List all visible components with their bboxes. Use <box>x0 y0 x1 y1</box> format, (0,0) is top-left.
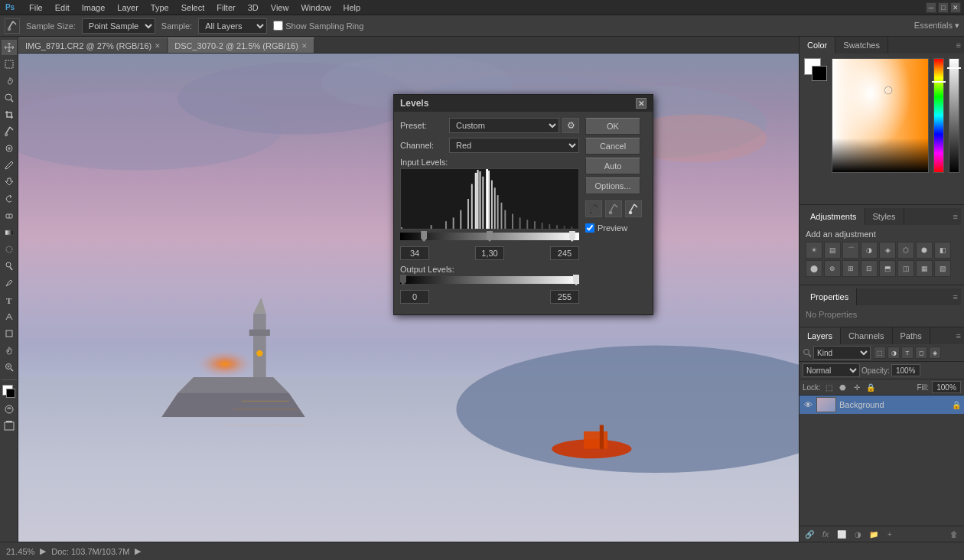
vibrance-adj-icon[interactable]: ◈ <box>879 242 896 259</box>
fill-input[interactable] <box>932 381 961 393</box>
properties-panel-menu[interactable]: ≡ <box>950 288 961 305</box>
menu-help[interactable]: Help <box>340 3 364 12</box>
bw-adj-icon[interactable]: ◧ <box>934 242 951 259</box>
menu-3d[interactable]: 3D <box>245 3 262 12</box>
type-tool[interactable]: T <box>2 292 17 308</box>
maximize-button[interactable]: □ <box>938 2 949 13</box>
layer-group-button[interactable]: 📁 <box>867 528 881 540</box>
history-brush-tool[interactable] <box>2 191 17 207</box>
filter-pixel-icon[interactable]: ⬚ <box>874 347 886 359</box>
layer-fx-button[interactable]: fx <box>819 528 832 540</box>
input-black-field[interactable]: 34 <box>400 246 429 260</box>
path-select-tool[interactable] <box>2 309 17 324</box>
output-black-handle[interactable] <box>400 275 406 285</box>
zoom-tool[interactable] <box>2 360 17 375</box>
layer-link-button[interactable]: 🔗 <box>803 528 816 540</box>
layer-delete-button[interactable]: 🗑 <box>947 528 961 540</box>
curves-adj-icon[interactable]: ⌒ <box>842 242 859 259</box>
tab-layers[interactable]: Layers <box>800 327 841 344</box>
input-mid-handle[interactable] <box>487 231 493 242</box>
preset-select[interactable]: Custom <box>449 118 559 133</box>
menu-layer[interactable]: Layer <box>114 3 142 12</box>
eyedropper-tool-icon[interactable] <box>5 18 20 34</box>
colorbalance-adj-icon[interactable]: ⬢ <box>916 242 933 259</box>
tab-close-dsc-3070[interactable]: ✕ <box>301 42 308 50</box>
preview-checkbox[interactable] <box>585 223 594 233</box>
tab-img-8791[interactable]: IMG_8791.CR2 @ 27% (RGB/16) ✕ <box>18 37 168 53</box>
quick-select-tool[interactable] <box>2 90 17 106</box>
sample-layers-select[interactable]: All Layers <box>198 18 267 34</box>
input-white-field[interactable]: 245 <box>550 246 579 260</box>
blend-mode-select[interactable]: Normal <box>803 363 860 377</box>
hue-strip[interactable] <box>933 58 944 173</box>
eyedropper-tool[interactable] <box>2 124 17 139</box>
doc-info-button[interactable]: ▶ <box>132 546 143 557</box>
tab-styles[interactable]: Styles <box>865 208 904 225</box>
gradient-tool[interactable] <box>2 225 17 240</box>
lock-transparent-button[interactable]: ⬚ <box>824 382 835 392</box>
levels-adj-icon[interactable]: ▤ <box>824 242 841 259</box>
exposure-adj-icon[interactable]: ◑ <box>861 242 878 259</box>
tab-channels[interactable]: Channels <box>841 327 892 344</box>
filter-adjustment-icon[interactable]: ◑ <box>887 347 900 359</box>
layers-panel-menu[interactable]: ≡ <box>953 327 964 344</box>
menu-type[interactable]: Type <box>148 3 172 12</box>
brush-tool[interactable] <box>2 158 17 173</box>
menu-file[interactable]: File <box>26 3 46 12</box>
healing-brush-tool[interactable] <box>2 141 17 156</box>
filter-shape-icon[interactable]: ◻ <box>915 347 927 359</box>
threshold-adj-icon[interactable]: ◫ <box>897 260 914 277</box>
pen-tool[interactable] <box>2 275 17 291</box>
posterize-adj-icon[interactable]: ⬒ <box>879 260 896 277</box>
cancel-button[interactable]: Cancel <box>585 138 640 155</box>
tab-close-img-8791[interactable]: ✕ <box>155 42 161 50</box>
background-color[interactable] <box>812 66 827 81</box>
output-white-field[interactable]: 255 <box>550 290 579 304</box>
lock-all-button[interactable]: 🔒 <box>865 382 876 392</box>
show-ring-checkbox[interactable] <box>273 21 283 31</box>
input-levels-slider[interactable] <box>400 233 579 245</box>
channelmixer-adj-icon[interactable]: ⊕ <box>824 260 841 277</box>
close-button[interactable]: ✕ <box>950 2 961 13</box>
foreground-color-btn[interactable] <box>2 385 17 400</box>
filter-type-icon[interactable]: T <box>901 347 914 359</box>
minimize-button[interactable]: ─ <box>926 2 936 13</box>
output-levels-slider[interactable] <box>400 276 579 288</box>
rectangular-marquee-tool[interactable] <box>2 57 17 72</box>
invert-adj-icon[interactable]: ⊟ <box>861 260 878 277</box>
tab-swatches[interactable]: Swatches <box>835 37 888 54</box>
quick-mask-toggle[interactable] <box>2 402 17 417</box>
menu-select[interactable]: Select <box>178 3 208 12</box>
sample-size-select[interactable]: Point Sample <box>82 18 155 34</box>
gray-eyedropper-button[interactable] <box>605 200 622 217</box>
screen-mode-toggle[interactable] <box>2 418 17 434</box>
huesat-adj-icon[interactable]: ⬡ <box>897 242 914 259</box>
menu-image[interactable]: Image <box>79 3 109 12</box>
menu-view[interactable]: View <box>268 3 292 12</box>
output-white-handle[interactable] <box>573 275 579 285</box>
adjustments-panel-menu[interactable]: ≡ <box>950 208 961 225</box>
opacity-input[interactable] <box>891 364 920 376</box>
background-layer-item[interactable]: 👁 Background 🔒 <box>800 396 964 414</box>
clone-stamp-tool[interactable] <box>2 174 17 190</box>
tab-properties[interactable]: Properties <box>803 288 857 305</box>
menu-filter[interactable]: Filter <box>213 3 238 12</box>
dialog-close-button[interactable]: ✕ <box>636 98 646 109</box>
white-eyedropper-button[interactable] <box>625 200 642 217</box>
layer-visibility-toggle[interactable]: 👁 <box>803 399 813 410</box>
layer-adjustment-button[interactable]: ◑ <box>851 528 865 540</box>
zoom-indicator-button[interactable]: ▶ <box>37 546 48 557</box>
tab-dsc-3070[interactable]: DSC_3070-2 @ 21.5% (RGB/16) ✕ <box>168 37 314 53</box>
filter-smart-icon[interactable]: ◈ <box>929 347 941 359</box>
preset-settings-button[interactable]: ⚙ <box>562 118 579 133</box>
blur-tool[interactable] <box>2 242 17 257</box>
options-button[interactable]: Options... <box>585 177 640 194</box>
show-ring-label[interactable]: Show Sampling Ring <box>273 21 363 31</box>
filter-kind-select[interactable]: Kind <box>813 346 871 360</box>
black-eyedropper-button[interactable] <box>585 200 602 217</box>
output-black-field[interactable]: 0 <box>400 290 429 304</box>
tab-paths[interactable]: Paths <box>893 327 930 344</box>
input-white-handle[interactable] <box>569 231 575 242</box>
shape-tool[interactable] <box>2 326 17 341</box>
menu-edit[interactable]: Edit <box>52 3 73 12</box>
